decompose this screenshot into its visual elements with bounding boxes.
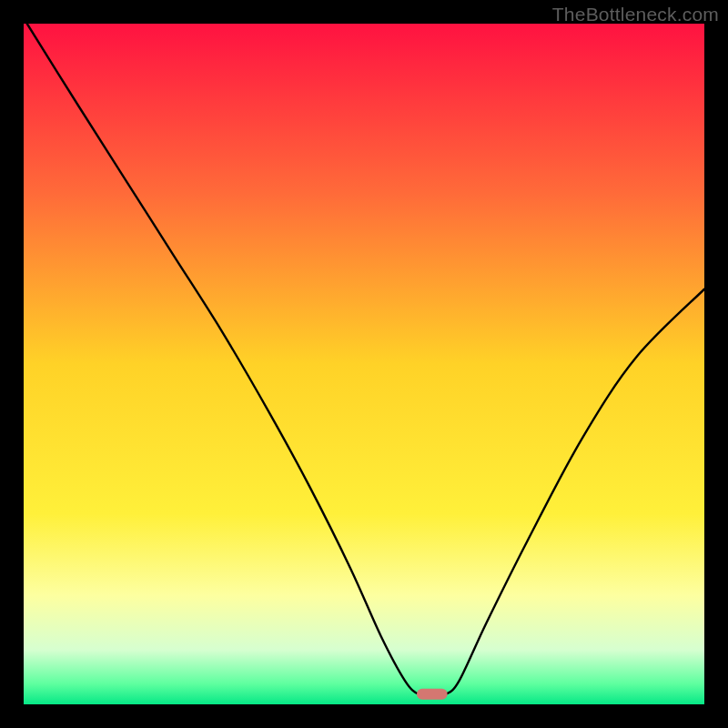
chart-svg xyxy=(24,24,704,704)
bottleneck-marker xyxy=(417,689,448,700)
watermark-label: TheBottleneck.com xyxy=(552,4,719,25)
bottleneck-chart xyxy=(24,24,704,704)
chart-background xyxy=(24,24,704,704)
